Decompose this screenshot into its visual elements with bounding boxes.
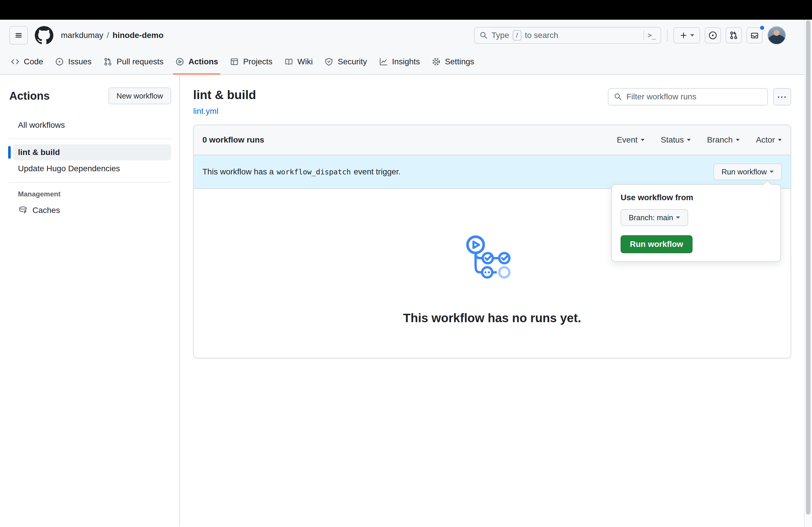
chevron-down-icon bbox=[687, 139, 691, 141]
cache-database-icon bbox=[18, 206, 28, 215]
tab-wiki[interactable]: Wiki bbox=[279, 49, 318, 74]
plus-icon bbox=[679, 31, 688, 40]
chevron-down-icon bbox=[778, 139, 782, 141]
sidebar-item-all-workflows[interactable]: All workflows bbox=[13, 117, 171, 133]
inbox-icon bbox=[750, 31, 759, 40]
new-workflow-button[interactable]: New workflow bbox=[108, 88, 171, 104]
create-new-button[interactable] bbox=[673, 27, 700, 43]
breadcrumb-owner-link[interactable]: markdumay bbox=[61, 31, 103, 40]
app-header: markdumay / hinode-demo Type / to search… bbox=[0, 20, 812, 75]
filter-workflow-runs-input[interactable] bbox=[626, 92, 762, 101]
actions-sidebar: Actions New workflow All workflows lint … bbox=[0, 75, 180, 526]
runs-panel-header: 0 workflow runs Event Status Branch bbox=[194, 125, 791, 155]
kebab-horizontal-icon: ⋯ bbox=[777, 91, 787, 103]
workflow-title: lint & build bbox=[193, 88, 256, 102]
unread-notification-dot bbox=[759, 25, 765, 31]
sidebar-item-update-hugo-dependencies[interactable]: Update Hugo Dependencies bbox=[13, 161, 171, 177]
command-palette-icon[interactable]: >_ bbox=[648, 31, 656, 40]
issues-header-button[interactable] bbox=[705, 27, 721, 43]
breadcrumb-separator: / bbox=[107, 31, 109, 40]
sidebar-divider bbox=[9, 138, 171, 139]
sidebar-item-label: Caches bbox=[32, 206, 60, 215]
workflow-file-link[interactable]: lint.yml bbox=[193, 107, 218, 116]
workflow-graph-illustration bbox=[460, 231, 524, 289]
workflow-list: All workflows lint & build Update Hugo D… bbox=[9, 117, 171, 182]
page-scrollbar[interactable] bbox=[804, 20, 812, 527]
workflow-dispatch-code: workflow_dispatch bbox=[277, 168, 351, 176]
search-placeholder-prefix: Type bbox=[492, 31, 509, 40]
git-pull-request-icon bbox=[729, 31, 738, 40]
empty-state-message: This workflow has no runs yet. bbox=[194, 311, 791, 325]
table-icon bbox=[230, 57, 239, 66]
breadcrumb-repo-link[interactable]: hinode-demo bbox=[113, 31, 163, 40]
sidebar-item-caches[interactable]: Caches bbox=[13, 202, 171, 219]
chevron-down-icon bbox=[641, 139, 644, 141]
chevron-down-icon bbox=[770, 171, 774, 173]
slash-key-hint: / bbox=[513, 30, 521, 41]
tab-code[interactable]: Code bbox=[5, 49, 48, 74]
branch-filter-dropdown[interactable]: Branch bbox=[707, 135, 740, 145]
workflow-dispatch-banner: This workflow has a workflow_dispatch ev… bbox=[194, 155, 791, 189]
pull-requests-header-button[interactable] bbox=[726, 27, 742, 43]
issue-opened-icon bbox=[708, 31, 717, 40]
three-bars-icon bbox=[14, 31, 23, 40]
search-divider bbox=[643, 31, 644, 40]
chevron-down-icon bbox=[676, 216, 680, 219]
breadcrumb: markdumay / hinode-demo bbox=[61, 31, 163, 40]
run-workflow-popover: Use workflow from Branch: main Run workf… bbox=[611, 184, 781, 262]
chevron-down-icon bbox=[736, 139, 740, 141]
sidebar-divider bbox=[9, 182, 171, 182]
issue-opened-icon bbox=[55, 57, 64, 66]
status-filter-dropdown[interactable]: Status bbox=[661, 135, 691, 145]
code-icon bbox=[11, 57, 20, 66]
github-logo-icon[interactable] bbox=[35, 26, 53, 45]
sidebar-title: Actions bbox=[9, 90, 49, 102]
search-icon bbox=[479, 31, 488, 40]
run-workflow-dropdown-button[interactable]: Run workflow bbox=[713, 163, 782, 180]
git-pull-request-icon bbox=[103, 57, 113, 66]
event-filter-dropdown[interactable]: Event bbox=[617, 135, 645, 145]
filter-workflow-runs-box bbox=[608, 88, 768, 105]
scrollbar-thumb[interactable] bbox=[806, 20, 811, 514]
tab-issues[interactable]: Issues bbox=[49, 49, 97, 74]
book-icon bbox=[284, 57, 293, 66]
actor-filter-dropdown[interactable]: Actor bbox=[756, 135, 782, 145]
main-content: lint & build lint.yml ⋯ 0 workflow runs … bbox=[180, 75, 812, 526]
tab-projects[interactable]: Projects bbox=[224, 49, 277, 74]
run-workflow-submit-button[interactable]: Run workflow bbox=[621, 235, 693, 253]
workflow-options-kebab-button[interactable]: ⋯ bbox=[773, 88, 791, 105]
header-divider bbox=[667, 30, 668, 41]
tab-insights[interactable]: Insights bbox=[374, 49, 425, 74]
graph-icon bbox=[379, 57, 388, 66]
use-workflow-from-heading: Use workflow from bbox=[621, 193, 772, 202]
tab-security[interactable]: Security bbox=[319, 49, 372, 74]
tab-pull-requests[interactable]: Pull requests bbox=[98, 49, 169, 74]
user-avatar[interactable] bbox=[767, 26, 786, 45]
tab-settings[interactable]: Settings bbox=[426, 49, 479, 74]
branch-select-button[interactable]: Branch: main bbox=[621, 209, 688, 226]
gear-icon bbox=[432, 57, 441, 66]
shield-icon bbox=[324, 57, 334, 66]
chevron-down-icon bbox=[690, 34, 694, 36]
sidebar-item-lint-and-build[interactable]: lint & build bbox=[13, 144, 171, 161]
hamburger-menu-button[interactable] bbox=[9, 26, 28, 45]
workflow-runs-count: 0 workflow runs bbox=[202, 135, 264, 145]
search-placeholder-suffix: to search bbox=[525, 31, 558, 40]
repo-nav-tabs: Code Issues Pull requests Actions Projec… bbox=[0, 49, 812, 74]
play-circle-icon bbox=[175, 57, 185, 66]
tab-actions[interactable]: Actions bbox=[170, 49, 223, 74]
global-search-input[interactable]: Type / to search >_ bbox=[474, 27, 661, 44]
management-section-heading: Management bbox=[18, 190, 171, 198]
window-title-bar bbox=[0, 0, 812, 20]
search-icon bbox=[614, 92, 622, 101]
